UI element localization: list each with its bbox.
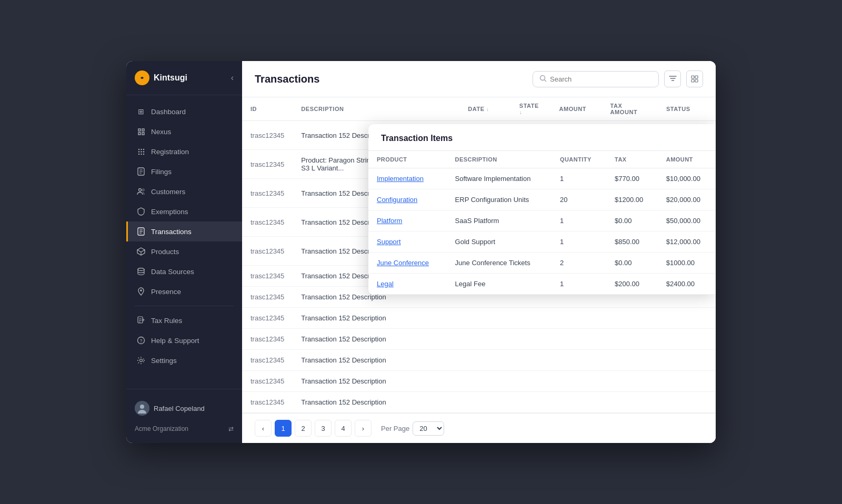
panel-tbody: Implementation Software Implementation 1… bbox=[368, 168, 716, 295]
switch-org-icon[interactable]: ⇄ bbox=[228, 425, 234, 432]
panel-cell-product[interactable]: June Conference bbox=[368, 253, 447, 274]
sidebar-item-exemptions[interactable]: Exemptions bbox=[126, 201, 242, 221]
product-link[interactable]: Implementation bbox=[377, 175, 424, 183]
sidebar-divider bbox=[135, 306, 234, 306]
cell-date bbox=[459, 392, 510, 413]
panel-cell-tax: $0.00 bbox=[606, 253, 658, 274]
sidebar-org[interactable]: Acme Organization ⇄ bbox=[126, 421, 242, 437]
cell-amount bbox=[551, 308, 602, 329]
sidebar-user[interactable]: Rafael Copeland bbox=[126, 396, 242, 421]
panel-cell-tax: $770.00 bbox=[606, 168, 658, 189]
page-button-4[interactable]: 4 bbox=[335, 420, 352, 437]
product-link[interactable]: Platform bbox=[377, 217, 402, 225]
panel-cell-product[interactable]: Legal bbox=[368, 274, 447, 295]
panel-cell-quantity: 1 bbox=[552, 210, 606, 231]
sidebar-item-filings[interactable]: Filings bbox=[126, 162, 242, 182]
panel-cell-tax: $200.00 bbox=[606, 274, 658, 295]
product-link[interactable]: June Conference bbox=[377, 259, 429, 267]
sidebar-item-nexus[interactable]: Nexus bbox=[126, 122, 242, 142]
grid-view-button[interactable] bbox=[686, 70, 703, 87]
panel-cell-quantity: 20 bbox=[552, 189, 606, 210]
cell-tax-amount bbox=[602, 371, 658, 392]
settings-icon bbox=[136, 356, 146, 365]
per-page-control: Per Page 10 20 50 100 bbox=[381, 421, 444, 436]
per-page-select[interactable]: 10 20 50 100 bbox=[413, 421, 444, 436]
sidebar-item-label: Help & Support bbox=[151, 337, 199, 345]
cell-id: trasc12345 bbox=[242, 350, 293, 371]
cell-state bbox=[511, 329, 551, 350]
dashboard-icon: ⊞ bbox=[136, 107, 146, 116]
search-box[interactable] bbox=[533, 71, 659, 87]
svg-point-11 bbox=[139, 189, 142, 191]
sidebar-item-label: Dashboard bbox=[151, 108, 186, 116]
table-row[interactable]: trasc12345 Transaction 152 Description bbox=[242, 392, 716, 413]
sidebar-item-dashboard[interactable]: ⊞ Dashboard bbox=[126, 102, 242, 122]
table-row[interactable]: trasc12345 Transaction 152 Description bbox=[242, 350, 716, 371]
col-date[interactable]: DATE bbox=[459, 97, 510, 121]
panel-col-tax: TAX bbox=[606, 151, 658, 168]
sidebar-item-settings[interactable]: Settings bbox=[126, 350, 242, 370]
panel-cell-product[interactable]: Platform bbox=[368, 210, 447, 231]
exemptions-icon bbox=[136, 207, 146, 216]
page-button-2[interactable]: 2 bbox=[295, 420, 312, 437]
page-title: Transactions bbox=[255, 73, 319, 85]
panel-cell-product[interactable]: Configuration bbox=[368, 189, 447, 210]
prev-page-button[interactable]: ‹ bbox=[255, 420, 272, 437]
sidebar-item-label: Registration bbox=[151, 148, 189, 156]
sidebar-item-transactions[interactable]: Transactions bbox=[126, 221, 242, 241]
svg-rect-25 bbox=[691, 79, 694, 82]
cell-id: trasc12345 bbox=[242, 329, 293, 350]
panel-cell-description: ERP Configuration Units bbox=[447, 189, 552, 210]
cell-amount bbox=[551, 392, 602, 413]
sidebar-item-label: Nexus bbox=[151, 128, 171, 136]
sidebar-item-tax-rules[interactable]: Tax Rules bbox=[126, 310, 242, 330]
col-amount: AMOUNT bbox=[551, 97, 602, 121]
product-link[interactable]: Configuration bbox=[377, 196, 417, 204]
panel-cell-amount: $50,000.00 bbox=[658, 210, 716, 231]
panel-cell-product[interactable]: Implementation bbox=[368, 168, 447, 189]
presence-icon bbox=[136, 287, 146, 296]
product-link[interactable]: Legal bbox=[377, 280, 394, 288]
table-row[interactable]: trasc12345 Transaction 152 Description bbox=[242, 329, 716, 350]
search-input[interactable] bbox=[550, 75, 652, 83]
panel-cell-amount: $1000.00 bbox=[658, 253, 716, 274]
next-page-button[interactable]: › bbox=[355, 420, 372, 437]
filter-button[interactable] bbox=[664, 70, 681, 87]
sidebar-item-help-support[interactable]: ? Help & Support bbox=[126, 330, 242, 350]
pagination-bar: ‹ 1 2 3 4 › Per Page 10 20 50 100 bbox=[242, 413, 716, 443]
sidebar-item-registration[interactable]: Registration bbox=[126, 142, 242, 162]
cell-amount bbox=[551, 371, 602, 392]
user-name: Rafael Copeland bbox=[154, 405, 205, 412]
col-state[interactable]: STATE bbox=[511, 97, 551, 121]
sidebar-item-customers[interactable]: Customers bbox=[126, 182, 242, 201]
app-name: Kintsugi bbox=[154, 73, 187, 83]
panel-cell-description: Legal Fee bbox=[447, 274, 552, 295]
cell-id: trasc12345 bbox=[242, 392, 293, 413]
table-row[interactable]: trasc12345 Transaction 152 Description bbox=[242, 308, 716, 329]
cell-id: trasc12345 bbox=[242, 121, 293, 150]
cell-state bbox=[511, 350, 551, 371]
page-button-1[interactable]: 1 bbox=[275, 420, 292, 437]
panel-col-product: PRODUCT bbox=[368, 151, 447, 168]
sidebar-item-data-sources[interactable]: Data Sources bbox=[126, 261, 242, 281]
product-link[interactable]: Support bbox=[377, 238, 401, 246]
sidebar-item-products[interactable]: Products bbox=[126, 241, 242, 261]
panel-cell-description: Software Implementation bbox=[447, 168, 552, 189]
cell-state bbox=[511, 392, 551, 413]
cell-id: trasc12345 bbox=[242, 308, 293, 329]
cell-id: trasc12345 bbox=[242, 179, 293, 208]
panel-cell-product[interactable]: Support bbox=[368, 231, 447, 253]
table-row[interactable]: trasc12345 Transaction 152 Description bbox=[242, 371, 716, 392]
cell-state bbox=[511, 308, 551, 329]
cell-state bbox=[511, 371, 551, 392]
svg-point-2 bbox=[141, 148, 142, 149]
sidebar-collapse-button[interactable]: ‹ bbox=[231, 73, 234, 83]
products-icon bbox=[136, 247, 146, 256]
panel-col-amount: AMOUNT bbox=[658, 151, 716, 168]
cell-description: Transaction 152 Description bbox=[293, 392, 459, 413]
sidebar-item-label: Settings bbox=[151, 357, 177, 365]
sidebar-item-presence[interactable]: Presence bbox=[126, 281, 242, 301]
page-button-3[interactable]: 3 bbox=[315, 420, 332, 437]
nexus-icon bbox=[136, 127, 146, 136]
panel-cell-amount: $12,000.00 bbox=[658, 231, 716, 253]
